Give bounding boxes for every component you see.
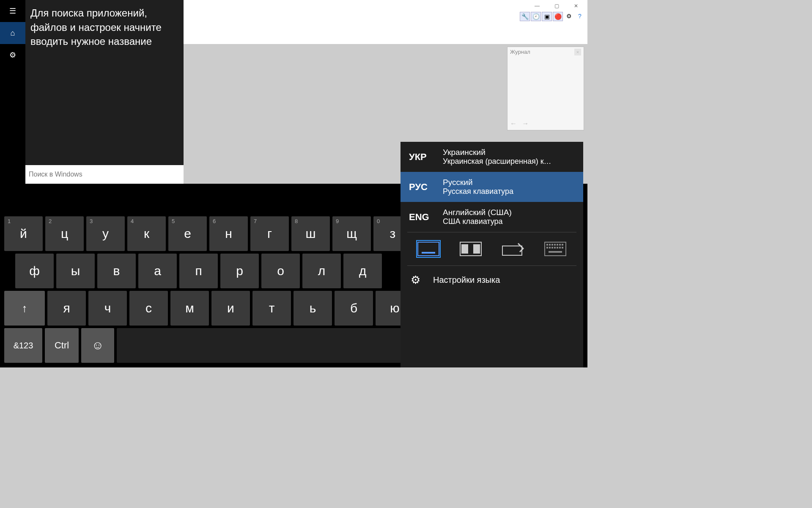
toolbar-icons: 🔧 🕘 ▣ 🔴 ⚙ ?: [520, 12, 585, 21]
gear-icon[interactable]: ⚙: [0, 44, 25, 66]
svg-rect-18: [557, 247, 558, 248]
key-а[interactable]: а: [138, 254, 177, 288]
svg-rect-1: [422, 252, 435, 254]
key-г[interactable]: 7г: [250, 216, 289, 251]
journal-title: Жypнaл: [510, 49, 530, 55]
language-option-рус[interactable]: РУСРусскийРусская клавиатура: [401, 172, 583, 202]
key-в[interactable]: в: [97, 254, 136, 288]
language-option-укр[interactable]: УКРУкраинскийУкраинская (расширенная) к…: [401, 142, 583, 172]
language-desc: РусскийРусская клавиатура: [443, 178, 513, 196]
key-б[interactable]: б: [335, 291, 373, 326]
svg-rect-9: [551, 244, 553, 246]
start-rail: ☰ ⌂ ⚙: [0, 0, 25, 184]
tool-gear-icon[interactable]: ⚙: [564, 12, 574, 21]
key-л[interactable]: л: [302, 254, 341, 288]
svg-rect-0: [418, 242, 439, 256]
tool-color-icon[interactable]: 🔴: [553, 12, 563, 21]
tool-clock-icon[interactable]: 🕘: [531, 12, 541, 21]
keyboard-layout-row: [401, 232, 583, 265]
tool-help-icon[interactable]: ?: [575, 12, 585, 21]
key-р[interactable]: р: [220, 254, 259, 288]
language-picker: УКРУкраинскийУкраинская (расширенная) к……: [401, 142, 583, 367]
ctrl-key[interactable]: Ctrl: [45, 328, 79, 363]
key-о[interactable]: о: [261, 254, 300, 288]
svg-rect-17: [554, 247, 556, 248]
key-с[interactable]: с: [129, 291, 168, 326]
journal-panel: Жypнaл × ← →: [507, 47, 584, 130]
svg-rect-8: [549, 244, 551, 246]
shift-key[interactable]: ↑: [4, 291, 45, 326]
svg-rect-4: [473, 244, 480, 254]
journal-nav-arrows[interactable]: ← →: [510, 120, 530, 127]
key-ь[interactable]: ь: [294, 291, 332, 326]
layout-handwriting-icon[interactable]: [502, 241, 524, 257]
svg-rect-3: [461, 244, 468, 254]
minimize-button[interactable]: —: [527, 0, 547, 12]
maximize-button[interactable]: ▢: [547, 0, 566, 12]
svg-rect-10: [554, 244, 556, 246]
key-п[interactable]: п: [179, 254, 218, 288]
svg-rect-11: [557, 244, 558, 246]
search-hint-text: Для поиска приложений, файлов и настроек…: [25, 0, 184, 49]
layout-standard-icon[interactable]: [417, 241, 440, 257]
tool-wand-icon[interactable]: 🔧: [520, 12, 530, 21]
search-input[interactable]: [29, 171, 180, 178]
language-code: РУС: [409, 182, 433, 193]
hamburger-icon[interactable]: ☰: [0, 0, 25, 22]
tool-window-icon[interactable]: ▣: [542, 12, 552, 21]
key-ф[interactable]: ф: [15, 254, 54, 288]
language-settings-row[interactable]: ⚙ Настройки языка: [401, 266, 583, 296]
svg-rect-12: [559, 244, 561, 246]
layout-split-icon[interactable]: [459, 241, 482, 257]
key-и[interactable]: и: [211, 291, 250, 326]
gear-icon: ⚙: [411, 273, 420, 287]
close-button[interactable]: ✕: [566, 0, 586, 12]
svg-rect-7: [546, 244, 548, 246]
svg-rect-5: [502, 246, 522, 255]
svg-rect-20: [562, 247, 563, 248]
svg-rect-19: [559, 247, 561, 248]
start-search-panel: ☰ ⌂ ⚙ Для поиска приложений, файлов и на…: [0, 0, 184, 184]
key-к[interactable]: 4к: [127, 216, 166, 251]
layout-full-icon[interactable]: [544, 241, 567, 257]
symbols-key[interactable]: &123: [4, 328, 42, 363]
key-е[interactable]: 5е: [168, 216, 207, 251]
key-м[interactable]: м: [170, 291, 209, 326]
language-settings-label: Настройки языка: [433, 275, 500, 285]
home-icon[interactable]: ⌂: [0, 22, 25, 44]
key-т[interactable]: т: [252, 291, 291, 326]
svg-rect-14: [546, 247, 548, 248]
key-у[interactable]: 3у: [86, 216, 125, 251]
language-code: ENG: [409, 212, 433, 223]
language-option-eng[interactable]: ENGАнглийский (США)США клавиатура: [401, 202, 583, 232]
language-desc: Английский (США)США клавиатура: [443, 208, 512, 226]
key-ы[interactable]: ы: [56, 254, 95, 288]
svg-rect-21: [549, 251, 562, 253]
svg-rect-13: [562, 244, 563, 246]
language-desc: УкраинскийУкраинская (расширенная) к…: [443, 148, 551, 166]
key-й[interactable]: 1й: [4, 216, 43, 251]
journal-close-button[interactable]: ×: [574, 49, 581, 55]
key-ш[interactable]: 8ш: [291, 216, 330, 251]
language-code: УКР: [409, 152, 433, 163]
key-ц[interactable]: 2ц: [45, 216, 84, 251]
search-box[interactable]: [25, 165, 184, 184]
key-я[interactable]: я: [47, 291, 86, 326]
key-ч[interactable]: ч: [88, 291, 127, 326]
svg-rect-15: [549, 247, 551, 248]
key-н[interactable]: 6н: [209, 216, 248, 251]
key-д[interactable]: д: [343, 254, 382, 288]
key-щ[interactable]: 9щ: [332, 216, 371, 251]
emoji-key[interactable]: ☺: [81, 328, 114, 363]
svg-rect-16: [551, 247, 553, 248]
